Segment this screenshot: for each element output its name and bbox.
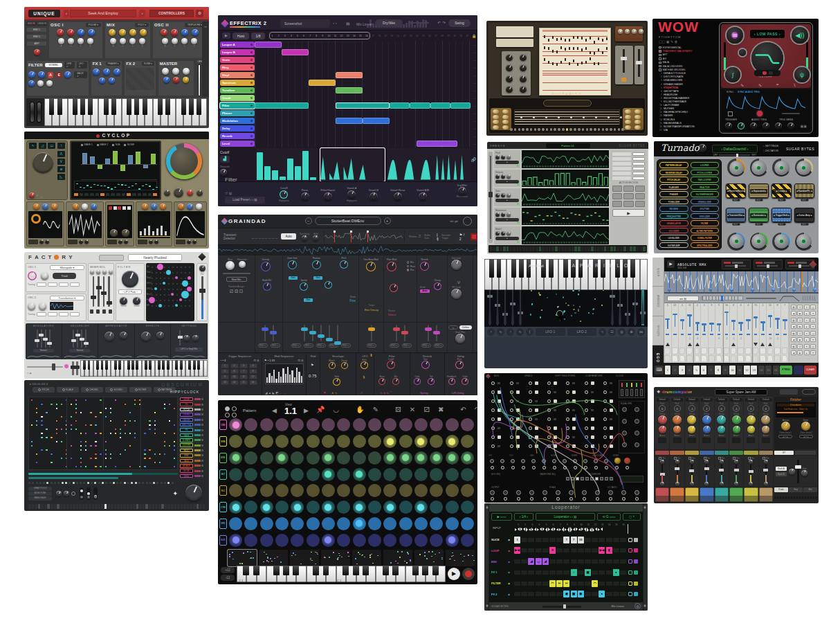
knob[interactable] [109,78,115,84]
step-circle[interactable] [383,484,396,497]
knob[interactable] [360,361,368,369]
step-number[interactable]: 2 [694,304,700,307]
pixel-dot[interactable] [105,458,107,459]
vol-knob[interactable] [749,482,753,486]
mini-button[interactable] [526,128,529,131]
step-circle[interactable] [446,435,459,448]
pixel-dot[interactable] [80,441,82,442]
fader-cap[interactable] [675,467,679,470]
channel-color-bar[interactable] [685,451,699,455]
tab-effects[interactable]: EFFECTS [652,316,664,345]
mod-bar[interactable] [273,370,275,384]
knob[interactable] [142,204,148,210]
mini-button[interactable] [594,128,596,131]
tick-cell[interactable] [84,193,89,196]
mini-step[interactable] [810,496,812,499]
pixel-dot[interactable] [129,445,131,447]
trig-step-button[interactable]: 13 [221,380,229,385]
step-circle[interactable] [260,501,273,514]
step-circle[interactable] [461,468,474,481]
radio-dot[interactable] [407,269,410,271]
pixel-dot[interactable] [169,445,170,447]
step-dot[interactable] [94,482,96,484]
trig-step-button[interactable]: 1 [221,363,229,368]
black-key[interactable] [422,566,428,575]
step-circle[interactable] [307,484,320,497]
active-cell[interactable]: ◠ [592,580,598,587]
strip-step[interactable] [101,504,104,509]
step-circle[interactable] [322,484,335,497]
pixel-dot[interactable] [134,399,136,401]
pixel-dot[interactable] [75,420,77,422]
active-cell[interactable]: ◠ [549,580,556,587]
trig-step-button[interactable]: 12 [249,375,257,379]
octave-up-triangle[interactable] [768,343,772,346]
preset-card[interactable] [496,26,533,37]
sequence-block[interactable] [450,102,471,109]
tuner-peg[interactable] [502,115,509,119]
pitch-knob[interactable]: -1 [733,405,740,412]
mix-slider[interactable] [542,606,581,608]
knob[interactable] [324,192,332,201]
pixel-dot[interactable] [46,412,47,413]
radio-dot[interactable] [407,265,410,268]
step-dot[interactable] [76,482,78,484]
mini-button[interactable] [562,128,565,131]
param-toggle[interactable] [201,465,203,467]
row-tag-mlt[interactable]: MLT [219,469,227,480]
step-circle[interactable] [430,501,443,514]
effect-card-creator[interactable]: ◂ Creator ▸ [771,183,792,198]
row-icon-2[interactable] [634,538,638,542]
step-circle[interactable] [368,501,381,514]
env-cell[interactable] [767,348,774,354]
curve-icon[interactable]: ◡ [333,406,339,413]
active-cell[interactable]: ◉ [563,591,569,597]
view-value[interactable]: 1.1 [277,406,304,416]
trig-step-button[interactable]: 11 [239,375,248,379]
mini-step[interactable] [794,496,796,499]
effect-slot-button-flanger[interactable]: FLANGER [659,184,688,190]
pixel-dot[interactable] [154,420,156,422]
knob[interactable] [329,362,336,369]
pixel-dot[interactable] [75,412,77,413]
pixel-dot[interactable] [129,466,131,467]
step-dot[interactable] [149,482,152,484]
knob[interactable] [103,69,110,75]
bpm-value[interactable]: 115 1/4 [677,266,686,269]
knob[interactable] [164,190,170,196]
tab-ambience[interactable]: AMBIENCE [652,287,664,316]
pixel-dot[interactable] [174,441,175,442]
key-cell[interactable] [506,246,509,251]
row-tag-slc[interactable]: SLC [219,485,227,496]
fader-cap[interactable] [689,469,694,472]
side-slider-track[interactable] [490,156,491,239]
track-grid[interactable] [255,102,471,109]
pixel-dot[interactable] [85,433,86,434]
step-circle[interactable] [399,501,412,514]
fader-cap[interactable] [425,327,432,331]
step-dot[interactable] [131,482,133,484]
env-cell2[interactable] [782,355,788,362]
nav-button[interactable]: ◀ [791,337,796,342]
matrix-cell[interactable] [189,305,190,307]
matrix-cell[interactable] [160,283,161,285]
matrix-cell[interactable] [176,272,178,273]
strip-step[interactable] [177,504,180,509]
pixel-dot[interactable] [71,424,72,426]
matrix-cell[interactable] [176,283,178,285]
action-knob[interactable] [520,86,527,93]
pixel-dot[interactable] [125,424,126,426]
param-pill-send[interactable]: SEND [180,474,193,478]
row-tag-bss[interactable]: BSS [219,453,227,463]
step-circle[interactable] [399,451,412,465]
step-circle[interactable] [322,418,335,431]
empty-cell[interactable] [592,592,598,596]
pattern-step-button[interactable]: 6 [701,366,707,375]
category-checkbox[interactable] [659,65,661,68]
edit-button[interactable]: ▤ [791,318,796,323]
black-key[interactable] [615,259,620,278]
pixel-dot[interactable] [154,453,156,455]
pixel-dot[interactable] [85,441,86,442]
step-circle[interactable] [291,435,304,448]
run-icon[interactable]: 🏃 [362,375,366,379]
